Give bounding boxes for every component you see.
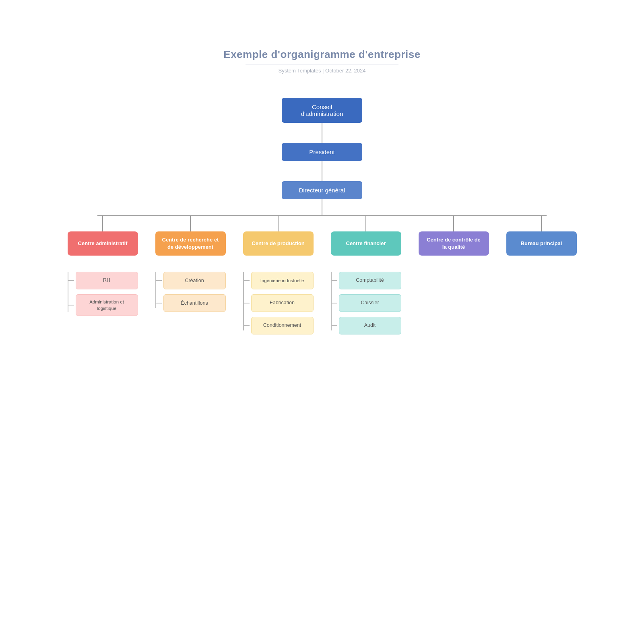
bracket-h-ingenierie xyxy=(243,280,250,281)
vline-fin xyxy=(365,215,366,231)
bracket-h-admin-log xyxy=(68,305,74,305)
page-header: Exemple d'organigramme d'entreprise Syst… xyxy=(223,48,420,74)
dept-col-rnd: Centre de recherche et de développement … xyxy=(152,215,229,317)
bracket-h-comptabilite xyxy=(331,280,337,281)
connector-conseil-president xyxy=(322,123,322,143)
sub-box-echantillons: Échantillons xyxy=(163,294,226,312)
dept-col-qualite: Centre de contrôle de la qualité xyxy=(415,215,492,256)
connector-president-dg xyxy=(322,161,322,181)
bracket-h-echantillons xyxy=(155,303,162,303)
page-subtitle: System Templates | October 22, 2024 xyxy=(223,68,420,74)
sub-row-echantillons: Échantillons xyxy=(155,294,226,312)
sub-items-admin: RH Administration et logistique xyxy=(68,272,138,321)
vline-admin xyxy=(102,215,103,231)
sub-row-admin-log: Administration et logistique xyxy=(68,294,138,316)
vline-prod xyxy=(278,215,279,231)
node-dg: Directeur général xyxy=(282,181,362,199)
h-connector-line xyxy=(97,215,547,216)
dept-box-admin: Centre administratif xyxy=(68,231,138,256)
bracket-h-conditionnement xyxy=(243,325,250,326)
sub-row-fabrication: Fabrication xyxy=(243,294,314,312)
vline-qualite xyxy=(453,215,454,231)
sub-box-comptabilite: Comptabilité xyxy=(339,272,401,289)
dept-box-qualite: Centre de contrôle de la qualité xyxy=(419,231,489,256)
sub-box-admin-log: Administration et logistique xyxy=(76,294,138,316)
sub-box-creation: Création xyxy=(163,272,226,289)
dept-col-bureau: Bureau principal xyxy=(503,215,580,256)
bracket-v-fin xyxy=(331,272,332,330)
departments-row: Centre administratif RH Administration e… xyxy=(64,215,580,339)
bracket-h-fabrication xyxy=(243,303,250,303)
sub-row-creation: Création xyxy=(155,272,226,289)
page-divider xyxy=(246,64,398,64)
bracket-v-rnd xyxy=(155,272,156,308)
bracket-h-caissier xyxy=(331,303,337,303)
sub-box-conditionnement: Conditionnement xyxy=(251,317,314,334)
departments-section: Centre administratif RH Administration e… xyxy=(64,215,580,339)
dept-col-prod: Centre de production Ingénierie industri… xyxy=(240,215,316,339)
dept-box-rnd: Centre de recherche et de développement xyxy=(155,231,226,256)
sub-row-comptabilite: Comptabilité xyxy=(331,272,401,289)
sub-box-audit: Audit xyxy=(339,317,401,334)
sub-items-prod: Ingénierie industrielle Fabrication Cond… xyxy=(243,272,314,339)
node-president: Président xyxy=(282,143,362,161)
sub-row-caissier: Caissier xyxy=(331,294,401,312)
page-title: Exemple d'organigramme d'entreprise xyxy=(223,48,420,61)
org-chart: Conseil d'administration Président Direc… xyxy=(0,98,644,339)
sub-row-audit: Audit xyxy=(331,317,401,334)
dept-box-prod: Centre de production xyxy=(243,231,314,256)
vline-rnd xyxy=(190,215,191,231)
node-conseil: Conseil d'administration xyxy=(282,98,362,123)
dept-box-fin: Centre financier xyxy=(331,231,401,256)
connector-dg-hline xyxy=(322,199,322,215)
bracket-h-audit xyxy=(331,325,337,326)
sub-row-conditionnement: Conditionnement xyxy=(243,317,314,334)
sub-items-fin: Comptabilité Caissier Audit xyxy=(331,272,401,339)
bracket-v-admin xyxy=(68,272,68,312)
dept-box-bureau: Bureau principal xyxy=(506,231,577,256)
bracket-h-rh xyxy=(68,280,74,281)
sub-box-fabrication: Fabrication xyxy=(251,294,314,312)
bracket-h-creation xyxy=(155,280,162,281)
sub-row-rh: RH xyxy=(68,272,138,289)
vline-bureau xyxy=(541,215,542,231)
sub-box-caissier: Caissier xyxy=(339,294,401,312)
sub-box-rh: RH xyxy=(76,272,138,289)
sub-items-rnd: Création Échantillons xyxy=(155,272,226,317)
sub-box-ingenierie: Ingénierie industrielle xyxy=(251,272,314,289)
bracket-v-prod xyxy=(243,272,244,330)
dept-col-fin: Centre financier Comptabilité Caissier A… xyxy=(328,215,404,339)
dept-col-admin: Centre administratif RH Administration e… xyxy=(64,215,141,321)
sub-row-ingenierie: Ingénierie industrielle xyxy=(243,272,314,289)
